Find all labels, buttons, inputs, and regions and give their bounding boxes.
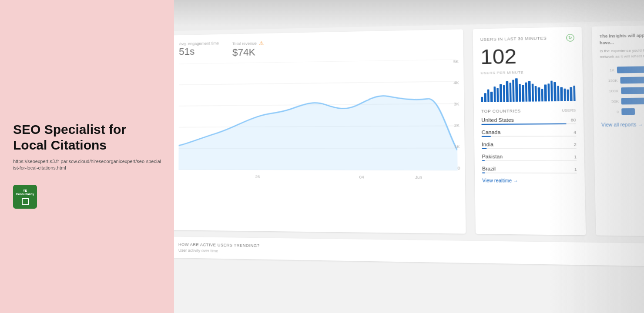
bar-21 <box>544 84 547 101</box>
revenue-metric: Total revenue ⚠ $74K <box>232 40 264 58</box>
rm-bar-label-1: 1K <box>600 68 614 72</box>
rm-bar-row-2: 150K <box>600 76 644 84</box>
bar-29 <box>570 87 573 101</box>
country-pk: Pakistan 1 <box>482 153 577 161</box>
bar-24 <box>554 82 557 101</box>
bar-5 <box>493 87 496 102</box>
y-label-3k: 3K <box>454 102 459 107</box>
country-pk-name: Pakistan <box>482 154 503 160</box>
rm-bar-label-3: 100K <box>600 89 618 93</box>
country-br-bar-bg <box>482 173 577 174</box>
country-br-name: Brazil <box>482 166 496 172</box>
bar-8 <box>503 85 506 102</box>
realtime-header: USERS IN LAST 30 MINUTES ↻ <box>480 34 574 43</box>
rm-bar-label-5: 0 <box>601 110 619 114</box>
rm-section-title: The insights will appear once you have..… <box>600 32 644 46</box>
country-us-name: United States <box>481 117 514 123</box>
engagement-value: 51s <box>179 45 219 57</box>
engagement-metric: Avg. engagement time 51s <box>179 41 219 59</box>
x-label-jun: Jun <box>415 175 422 180</box>
bar-9 <box>506 81 509 102</box>
bar-26 <box>560 87 563 101</box>
line-chart: 5K 4K 3K 2K 1K 0 26 04 Jun <box>178 59 458 180</box>
bar-13 <box>519 83 521 101</box>
bottom-section: HOW ARE ACTIVE USERS TRENDING? User acti… <box>174 230 644 267</box>
bar-17 <box>531 83 534 101</box>
favicon-label: YE Consultancy <box>13 188 37 197</box>
rm-title: The insights will appear once you have..… <box>600 32 644 60</box>
realtime-panel: USERS IN LAST 30 MINUTES ↻ 102 USERS PER… <box>473 27 586 236</box>
country-ca: Canada 4 <box>482 129 577 137</box>
view-all-reports-link[interactable]: View all reports → <box>601 122 644 127</box>
y-label-2k: 2K <box>454 123 460 128</box>
rm-bars-list: 1K 150K 100K 50K <box>600 66 644 115</box>
country-br-count: 1 <box>574 167 577 172</box>
top-blur-area <box>174 0 644 31</box>
rm-bar-5 <box>621 108 634 115</box>
bottom-card: HOW ARE ACTIVE USERS TRENDING? User acti… <box>174 237 644 267</box>
rm-bar-4 <box>621 98 644 105</box>
rm-bar-1 <box>617 66 644 73</box>
x-label-04: 04 <box>359 175 364 180</box>
country-in-name: India <box>482 142 493 147</box>
chart-header: Avg. engagement time 51s Total revenue ⚠… <box>179 37 456 60</box>
users-per-minute-label: USERS PER MINUTE <box>481 70 575 75</box>
bar-27 <box>564 88 566 101</box>
favicon-icon <box>22 198 29 205</box>
y-label-4k: 4K <box>453 80 459 85</box>
line-chart-svg <box>178 59 457 170</box>
bar-28 <box>567 90 569 101</box>
country-ca-count: 4 <box>574 130 576 135</box>
view-realtime-link[interactable]: View realtime → <box>482 178 577 184</box>
country-us: United States 80 <box>481 117 576 125</box>
bar-chart <box>481 78 576 102</box>
bar-23 <box>550 81 553 102</box>
svg-line-1 <box>179 81 456 85</box>
y-label-0: 0 <box>458 166 460 170</box>
bar-10 <box>509 82 512 102</box>
country-br-bar <box>482 173 485 173</box>
bar-14 <box>522 85 524 102</box>
dashboard-wrapper: Avg. engagement time 51s Total revenue ⚠… <box>174 0 644 313</box>
y-label-5k: 5K <box>453 59 459 64</box>
country-in: India 2 <box>482 141 577 149</box>
top-countries-label: TOP COUNTRIES <box>481 109 521 113</box>
country-ca-bar-bg <box>482 136 576 137</box>
bar-19 <box>538 87 540 102</box>
rm-bar-label-4: 50K <box>601 99 619 103</box>
country-br: Brazil 1 <box>482 166 577 174</box>
country-pk-bar <box>482 160 485 161</box>
country-in-bar-bg <box>482 148 577 149</box>
revenue-value: $74K <box>232 47 264 59</box>
rm-bar-row-5: 0 <box>601 108 644 115</box>
country-us-bar <box>481 123 566 125</box>
bar-1 <box>481 97 483 102</box>
country-ca-name: Canada <box>482 130 501 135</box>
refresh-icon[interactable]: ↻ <box>566 34 574 42</box>
country-in-count: 2 <box>574 142 577 147</box>
left-panel: SEO Specialist for Local Citations https… <box>0 0 174 313</box>
top-countries-header: TOP COUNTRIES USERS <box>481 108 576 113</box>
users-col-label: USERS <box>562 108 576 113</box>
bar-6 <box>496 88 499 102</box>
bar-7 <box>500 84 502 102</box>
chart-section: Avg. engagement time 51s Total revenue ⚠… <box>174 29 466 233</box>
bar-22 <box>547 83 550 102</box>
bar-30 <box>573 86 576 101</box>
rm-bar-3 <box>621 87 644 94</box>
country-pk-count: 1 <box>574 155 577 160</box>
rm-bar-row-1: 1K <box>600 66 644 73</box>
bar-16 <box>528 81 531 101</box>
rm-bar-row-3: 100K <box>600 87 644 94</box>
country-us-count: 80 <box>571 118 576 123</box>
bar-25 <box>557 86 560 101</box>
rm-bar-2 <box>620 76 644 83</box>
revenue-label: Total revenue <box>232 41 257 46</box>
bar-12 <box>515 78 518 102</box>
bar-15 <box>525 82 528 102</box>
page-url: https://seoexpert.s3.fr-par.scw.cloud/hi… <box>13 158 161 172</box>
country-ca-bar <box>482 136 491 137</box>
bar-11 <box>512 80 515 102</box>
bar-2 <box>484 93 486 102</box>
country-us-bar-bg <box>481 123 576 125</box>
